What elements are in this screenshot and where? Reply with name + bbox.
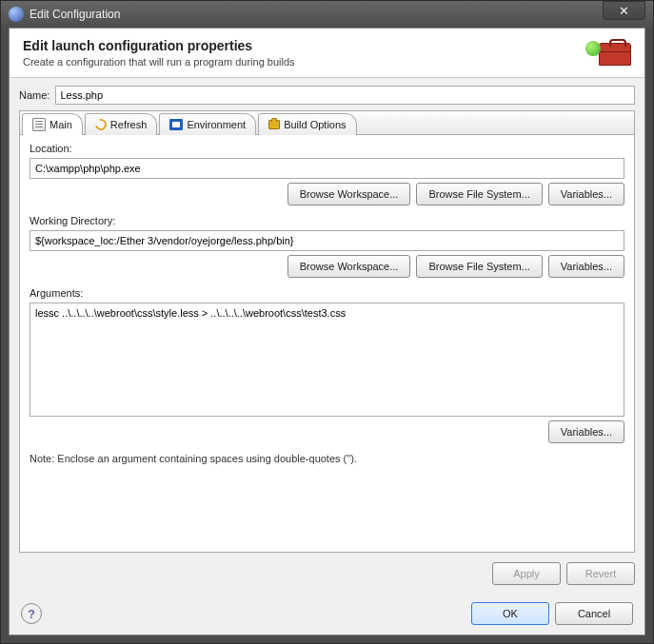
workdir-variables-button[interactable]: Variables...: [548, 255, 624, 278]
location-label: Location:: [30, 143, 624, 154]
workdir-browse-workspace-button[interactable]: Browse Workspace...: [287, 255, 411, 278]
location-browse-workspace-button[interactable]: Browse Workspace...: [287, 183, 411, 205]
arguments-note: Note: Enclose an argument containing spa…: [30, 453, 624, 464]
workdir-input[interactable]: [30, 230, 624, 251]
arguments-textarea[interactable]: [30, 302, 624, 417]
location-input[interactable]: [30, 158, 624, 179]
refresh-icon: [93, 117, 109, 132]
dialog-header: Edit launch configuration properties Cre…: [10, 29, 644, 78]
tab-refresh[interactable]: Refresh: [85, 113, 158, 135]
workdir-browse-filesystem-button[interactable]: Browse File System...: [416, 255, 542, 278]
ok-button[interactable]: OK: [471, 602, 549, 625]
dialog-footer: ? OK Cancel: [10, 593, 644, 634]
tab-environment[interactable]: Environment: [159, 113, 256, 135]
tab-refresh-label: Refresh: [110, 119, 148, 130]
main-icon: [32, 118, 46, 131]
revert-button[interactable]: Revert: [566, 562, 635, 585]
tab-folder: Main Refresh Environment Build Options: [19, 110, 635, 553]
tab-build-options[interactable]: Build Options: [258, 113, 356, 135]
app-icon: [9, 7, 24, 22]
arguments-label: Arguments:: [30, 287, 624, 299]
workdir-label: Working Directory:: [30, 215, 624, 226]
help-button[interactable]: ?: [21, 603, 42, 624]
page-subtitle: Create a configuration that will run a p…: [23, 56, 585, 68]
client-area: Edit launch configuration properties Cre…: [9, 28, 645, 635]
tab-main[interactable]: Main: [22, 113, 83, 135]
arguments-variables-button[interactable]: Variables...: [548, 420, 624, 443]
tab-bar: Main Refresh Environment Build Options: [20, 111, 634, 135]
cancel-button[interactable]: Cancel: [555, 602, 633, 625]
titlebar[interactable]: Edit Configuration ✕: [1, 1, 653, 28]
dialog-window: Edit Configuration ✕ Edit launch configu…: [0, 0, 654, 644]
build-icon: [268, 120, 280, 129]
environment-icon: [169, 119, 183, 130]
tab-build-label: Build Options: [284, 119, 346, 130]
name-label: Name:: [19, 89, 50, 101]
apply-button[interactable]: Apply: [492, 562, 561, 585]
close-button[interactable]: ✕: [603, 1, 645, 20]
tab-main-label: Main: [50, 119, 72, 130]
window-title: Edit Configuration: [30, 8, 603, 21]
run-icon: [585, 41, 601, 56]
name-input[interactable]: [55, 86, 635, 105]
page-title: Edit launch configuration properties: [23, 38, 585, 53]
toolbox-icon: [599, 43, 631, 66]
main-tab-content: Location: Browse Workspace... Browse Fil…: [20, 135, 634, 552]
location-variables-button[interactable]: Variables...: [548, 183, 624, 205]
tab-environment-label: Environment: [187, 119, 246, 130]
location-browse-filesystem-button[interactable]: Browse File System...: [416, 183, 542, 205]
